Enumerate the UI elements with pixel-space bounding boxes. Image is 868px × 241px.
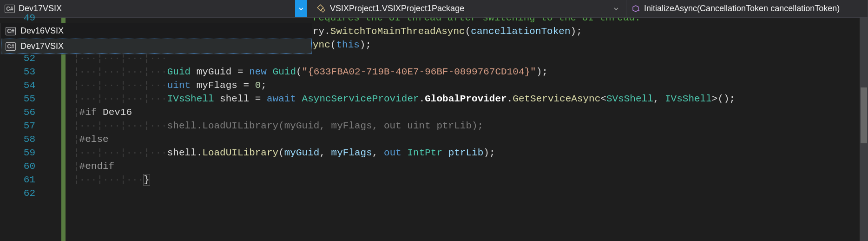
project-combo-label: Dev17VSIX bbox=[19, 4, 291, 13]
method-icon: * bbox=[631, 4, 640, 13]
dropdown-item-label: Dev17VSIX bbox=[20, 41, 64, 51]
member-combo[interactable]: * InitializeAsync(CancellationToken canc… bbox=[626, 0, 868, 17]
line-number: 62 bbox=[0, 188, 46, 199]
line-number: 57 bbox=[0, 120, 46, 131]
svg-rect-1 bbox=[321, 8, 325, 12]
csharp-icon: C# bbox=[6, 27, 16, 35]
line-number: 54 bbox=[0, 80, 46, 91]
code-line[interactable]: ¦···¦···¦···¦···shell.LoadUILibrary(myGu… bbox=[73, 146, 495, 160]
type-combo-label: VSIXProject1.VSIXProject1Package bbox=[330, 4, 607, 13]
code-line[interactable]: ¦#else bbox=[73, 133, 109, 146]
vertical-scrollbar[interactable] bbox=[860, 18, 868, 241]
line-number: 53 bbox=[0, 67, 46, 77]
navigation-bar: C# Dev17VSIX VSIXProject1.VSIXProject1Pa… bbox=[0, 0, 868, 18]
line-number: 56 bbox=[0, 107, 46, 118]
class-icon bbox=[317, 4, 326, 13]
scrollbar-thumb[interactable] bbox=[861, 87, 867, 143]
member-combo-label: InitializeAsync(CancellationToken cancel… bbox=[644, 4, 863, 13]
type-combo[interactable]: VSIXProject1.VSIXProject1Package bbox=[312, 0, 626, 17]
dropdown-item[interactable]: C# Dev17VSIX bbox=[1, 39, 312, 54]
chevron-down-icon[interactable] bbox=[295, 0, 307, 17]
project-dropdown: C# Dev16VSIX C# Dev17VSIX bbox=[0, 23, 312, 54]
svg-rect-0 bbox=[317, 5, 323, 11]
line-number: 60 bbox=[0, 161, 46, 172]
svg-text:*: * bbox=[638, 9, 640, 13]
code-line[interactable]: ¦#endif bbox=[73, 160, 114, 173]
line-number: 55 bbox=[0, 94, 46, 104]
code-line[interactable]: ¦#if Dev16 bbox=[73, 106, 132, 119]
line-number: 58 bbox=[0, 134, 46, 145]
line-number: 52 bbox=[0, 53, 46, 64]
code-line[interactable]: ¦···¦···¦···¦···shell.LoadUILibrary(myGu… bbox=[73, 119, 483, 133]
csharp-icon: C# bbox=[6, 42, 16, 51]
dropdown-item-label: Dev16VSIX bbox=[20, 26, 64, 36]
dropdown-item[interactable]: C# Dev16VSIX bbox=[1, 23, 312, 39]
chevron-down-icon[interactable] bbox=[611, 6, 621, 12]
code-line[interactable]: ¦···¦···¦···¦···uint myFlags = 0; bbox=[73, 79, 267, 92]
line-number: 59 bbox=[0, 147, 46, 158]
line-number: 61 bbox=[0, 174, 46, 185]
code-line[interactable]: ¦···¦···¦···¦···IVsShell shell = await A… bbox=[73, 92, 735, 106]
code-line[interactable]: ¦···¦···¦···¦···Guid myGuid = new Guid("… bbox=[73, 65, 548, 79]
line-number: 49 bbox=[0, 13, 46, 23]
code-line[interactable]: ¦···¦···¦···} bbox=[73, 173, 150, 187]
